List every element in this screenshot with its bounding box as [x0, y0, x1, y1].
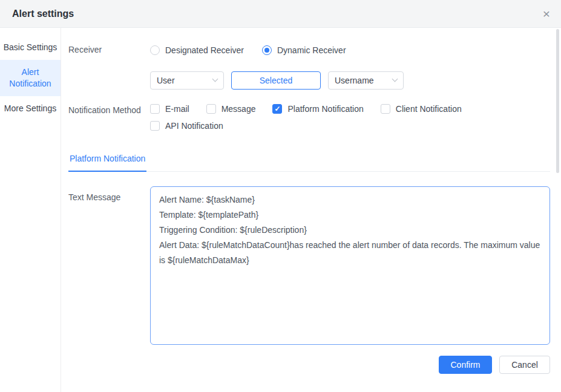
radio-designated-receiver-label: Designated Receiver: [165, 45, 244, 55]
chevron-down-icon: [392, 76, 398, 82]
confirm-button[interactable]: Confirm: [439, 356, 492, 374]
radio-dynamic-receiver[interactable]: Dynamic Receiver: [262, 45, 346, 55]
user-type-select-value: User: [157, 76, 175, 85]
dialog-header: Alert settings ×: [0, 0, 561, 28]
text-message-label: Text Message: [68, 186, 150, 345]
checkbox-message[interactable]: Message: [206, 104, 256, 114]
sidebar-item-basic-settings[interactable]: Basic Settings: [0, 35, 61, 60]
chevron-down-icon: [212, 76, 218, 82]
dialog-body: Basic Settings Alert Notification More S…: [0, 28, 561, 392]
notification-method-label: Notification Method: [68, 104, 150, 131]
checkbox-unchecked-icon: [206, 104, 216, 114]
radio-dynamic-receiver-label: Dynamic Receiver: [277, 45, 346, 55]
text-message-textarea[interactable]: Alert Name: ${taskName} Template: ${temp…: [150, 186, 550, 345]
sidebar-item-alert-notification[interactable]: Alert Notification: [0, 60, 61, 96]
checkbox-message-label: Message: [221, 104, 256, 114]
radio-unselected-icon: [150, 45, 160, 55]
radio-designated-receiver[interactable]: Designated Receiver: [150, 45, 244, 55]
checkbox-api-notification[interactable]: API Notification: [150, 121, 223, 131]
receiver-row: Receiver Designated Receiver Dynamic Rec…: [68, 44, 550, 57]
checkbox-api-notification-label: API Notification: [165, 121, 223, 131]
receiver-radio-group: Designated Receiver Dynamic Receiver: [150, 45, 346, 55]
tab-platform-notification[interactable]: Platform Notification: [68, 154, 146, 172]
notification-tabs: Platform Notification: [68, 154, 550, 172]
username-select[interactable]: Username: [328, 71, 404, 90]
checkbox-email[interactable]: E-mail: [150, 104, 189, 114]
username-select-value: Username: [335, 76, 374, 85]
checkbox-email-label: E-mail: [165, 104, 189, 114]
selected-button[interactable]: Selected: [231, 71, 321, 90]
dialog-footer: Confirm Cancel: [68, 356, 550, 374]
checkbox-unchecked-icon: [150, 104, 160, 114]
checkbox-platform-notification-label: Platform Notification: [287, 104, 363, 114]
receiver-label: Receiver: [68, 44, 150, 57]
close-icon[interactable]: ×: [543, 7, 550, 20]
checkbox-platform-notification[interactable]: Platform Notification: [272, 104, 363, 114]
receiver-controls: User Selected Username: [150, 71, 404, 90]
user-type-select[interactable]: User: [150, 71, 224, 90]
checkbox-client-notification-label: Client Notification: [396, 104, 462, 114]
dialog-title: Alert settings: [12, 8, 74, 19]
notification-method-group: E-mail Message Platform Notification Cli…: [150, 104, 513, 131]
notification-method-row: Notification Method E-mail Message Platf…: [68, 104, 550, 131]
settings-main-panel: Receiver Designated Receiver Dynamic Rec…: [61, 28, 561, 392]
checkbox-unchecked-icon: [150, 121, 160, 131]
scrollbar-thumb[interactable]: [556, 29, 559, 173]
settings-sidebar: Basic Settings Alert Notification More S…: [0, 28, 61, 392]
sidebar-item-more-settings[interactable]: More Settings: [0, 96, 61, 121]
receiver-controls-row: User Selected Username: [68, 71, 550, 90]
checkbox-checked-icon: [272, 104, 282, 114]
cancel-button[interactable]: Cancel: [499, 356, 550, 374]
checkbox-client-notification[interactable]: Client Notification: [381, 104, 462, 114]
checkbox-unchecked-icon: [381, 104, 390, 114]
radio-selected-icon: [262, 45, 272, 55]
text-message-row: Text Message Alert Name: ${taskName} Tem…: [68, 186, 550, 345]
